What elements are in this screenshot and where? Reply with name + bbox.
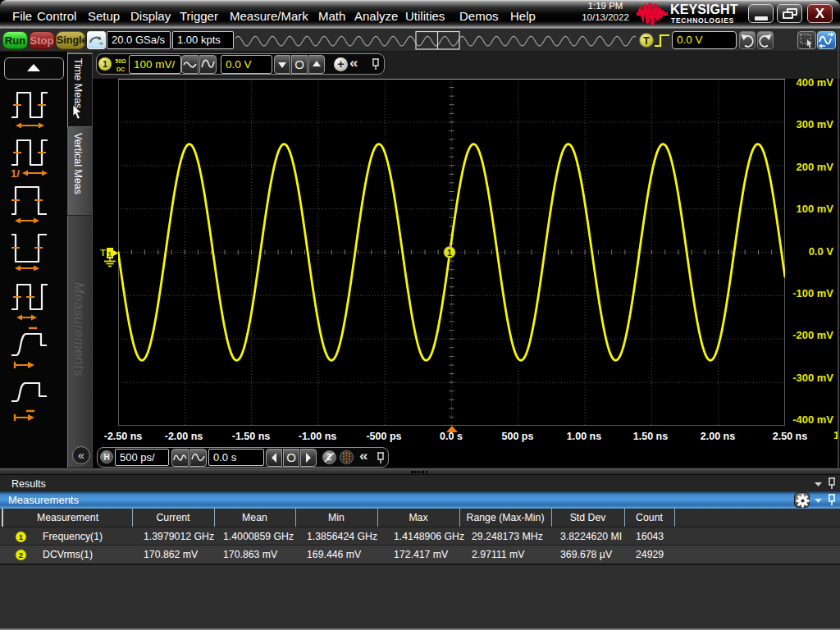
svg-text:1: 1 xyxy=(107,249,112,258)
svg-text:1/: 1/ xyxy=(11,167,20,180)
svg-text:1: 1 xyxy=(447,248,452,258)
svg-text:T: T xyxy=(100,248,106,258)
